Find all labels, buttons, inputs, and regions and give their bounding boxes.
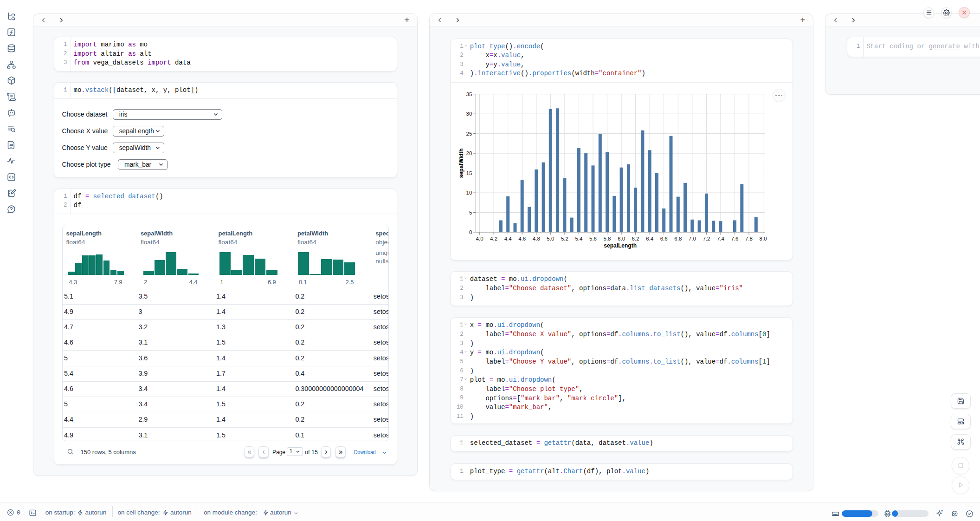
svg-text:6.0: 6.0 [618, 236, 625, 241]
svg-text:25: 25 [466, 131, 472, 137]
svg-text:4.4: 4.4 [504, 236, 512, 241]
svg-text:0: 0 [469, 229, 472, 235]
svg-text:sepalWidth: sepalWidth [458, 148, 464, 178]
svg-text:7.0: 7.0 [689, 236, 696, 241]
svg-text:5: 5 [469, 210, 472, 215]
svg-text:4.6: 4.6 [518, 236, 526, 241]
svg-text:4.0: 4.0 [476, 236, 484, 241]
svg-text:15: 15 [466, 170, 472, 176]
svg-text:6.2: 6.2 [632, 236, 639, 241]
svg-text:4.2: 4.2 [490, 236, 497, 241]
svg-text:30: 30 [466, 111, 472, 117]
svg-text:7.2: 7.2 [703, 236, 710, 241]
svg-text:7.6: 7.6 [731, 236, 739, 241]
svg-text:5.2: 5.2 [561, 236, 568, 241]
svg-text:7.8: 7.8 [745, 236, 753, 241]
svg-text:5.6: 5.6 [589, 236, 597, 241]
svg-text:5.4: 5.4 [575, 236, 583, 241]
svg-text:5.8: 5.8 [604, 236, 611, 241]
svg-text:35: 35 [466, 91, 472, 97]
svg-text:8.0: 8.0 [760, 236, 767, 241]
svg-text:4.8: 4.8 [533, 236, 540, 241]
svg-text:5.0: 5.0 [547, 236, 554, 241]
svg-text:6.6: 6.6 [660, 236, 668, 241]
svg-text:20: 20 [466, 150, 472, 156]
svg-text:6.8: 6.8 [674, 236, 682, 241]
svg-text:6.4: 6.4 [646, 236, 654, 241]
svg-text:sepalLength: sepalLength [604, 242, 637, 249]
svg-text:7.4: 7.4 [717, 236, 725, 241]
svg-text:10: 10 [466, 190, 472, 195]
